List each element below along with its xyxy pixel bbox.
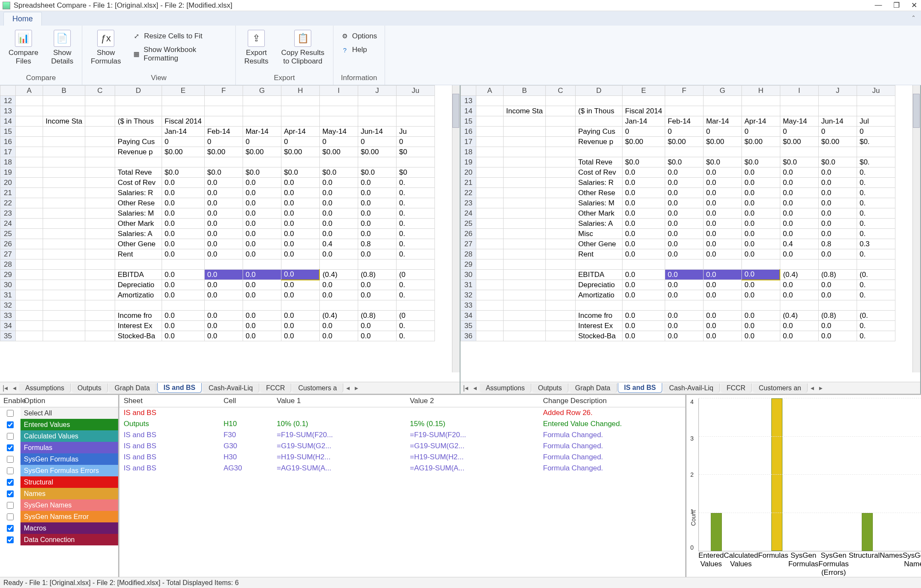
option-checkbox[interactable] (7, 513, 14, 520)
option-label[interactable]: SysGen Formulas (20, 453, 118, 465)
show-details-button[interactable]: 📄Show Details (49, 28, 76, 67)
diff-row[interactable]: IS and BSAG30=AG19-SUM(A...=AG19-SUM(A..… (119, 463, 685, 474)
scrollbar-thumb[interactable] (913, 94, 920, 128)
sheet-nav-prev[interactable]: ◂ (471, 384, 479, 392)
option-row: SysGen Formulas (0, 453, 118, 465)
diff-row[interactable]: IS and BSF30=F19-SUM(F20...=F19-SUM(F20.… (119, 429, 685, 441)
option-checkbox[interactable] (7, 467, 14, 474)
collapse-ribbon-icon[interactable]: ⌃ (911, 14, 916, 21)
ribbon-group-label: Export (242, 72, 327, 82)
sheet-tab[interactable]: Assumptions (480, 383, 531, 393)
option-checkbox[interactable] (7, 433, 14, 440)
option-checkbox[interactable] (7, 456, 14, 463)
status-text: Ready - File 1: [Original.xlsx] - File 2… (3, 579, 239, 587)
export-results-button[interactable]: ⇪Export Results (242, 28, 271, 67)
option-row: Macros (0, 522, 118, 534)
diff-row[interactable]: IS and BSH30=H19-SUM(H2...=H19-SUM(H2...… (119, 452, 685, 463)
option-checkbox[interactable] (7, 525, 14, 532)
ribbon-group-label: Compare (6, 72, 76, 82)
chart-category-label: Calculated Values (724, 551, 758, 568)
diff-row[interactable]: IS and BSG30=G19-SUM(G2...=G19-SUM(G2...… (119, 441, 685, 452)
options-button[interactable]: ⚙Options (339, 31, 379, 42)
sheet-tab[interactable]: Customers a (292, 383, 343, 393)
option-label[interactable]: Formulas (20, 442, 118, 453)
sheet-tab[interactable]: FCCR (721, 383, 752, 393)
sheet-nav-scroll-right[interactable]: ▸ (817, 384, 825, 392)
diff-table[interactable]: Sheet Cell Value 1 Value 2 Change Descri… (119, 395, 685, 474)
vertical-scrollbar[interactable] (912, 85, 920, 372)
sheet-nav-prev[interactable]: ◂ (10, 384, 19, 392)
sheet-tab[interactable]: Graph Data (109, 383, 156, 393)
sheet-nav-scroll-left[interactable]: ◂ (344, 384, 352, 392)
chart-category-label: SysGen Formulas (Errors) (819, 551, 849, 577)
sheet-tab[interactable]: Graph Data (569, 383, 617, 393)
restore-button[interactable]: ❐ (892, 1, 901, 10)
option-label[interactable]: Structural (20, 476, 118, 488)
option-label[interactable]: Names (20, 488, 118, 499)
sheet-tab[interactable]: IS and BS (618, 383, 663, 393)
status-bar: Ready - File 1: [Original.xlsx] - File 2… (0, 577, 921, 588)
option-checkbox[interactable] (7, 444, 14, 451)
bottom-panels: Enable Option Select All Entered Values … (0, 394, 921, 577)
resize-cells-button[interactable]: ⤢Resize Cells to Fit (131, 31, 229, 42)
option-checkbox[interactable] (7, 410, 14, 417)
column-header-option: Option (24, 397, 115, 405)
scrollbar-thumb[interactable] (452, 94, 459, 128)
formatting-icon: ▦ (133, 50, 140, 58)
ribbon: 📊Compare Files 📄Show Details Compare ƒxS… (0, 26, 921, 85)
option-label[interactable]: Select All (20, 407, 118, 419)
diff-row[interactable]: OutputsH1010% (0.1)15% (0.15)Entered Val… (119, 418, 685, 429)
ribbon-group-view: ƒxShow Formulas ⤢Resize Cells to Fit ▦Sh… (82, 26, 236, 85)
sheet-tab[interactable]: Cash-Avail-Liq (203, 383, 259, 393)
resize-icon: ⤢ (133, 32, 141, 40)
app-icon (3, 2, 10, 9)
sheet-tab[interactable]: Cash-Avail-Liq (663, 383, 720, 393)
option-label[interactable]: Calculated Values (20, 430, 118, 442)
sheet-tab[interactable]: Outputs (72, 383, 108, 393)
sheet-nav-scroll-left[interactable]: ◂ (808, 384, 817, 392)
sheet-tab[interactable]: Customers an (753, 383, 808, 393)
sheet-tab[interactable]: IS and BS (157, 383, 202, 393)
option-checkbox[interactable] (7, 536, 14, 543)
option-checkbox[interactable] (7, 502, 14, 509)
sheet-tab[interactable]: Outputs (532, 383, 568, 393)
show-formulas-button[interactable]: ƒxShow Formulas (88, 28, 124, 67)
option-checkbox[interactable] (7, 479, 14, 486)
gear-icon: ⚙ (341, 32, 349, 40)
sheet-tab[interactable]: FCCR (260, 383, 291, 393)
left-grid[interactable]: ABCDEFGHIJJu121314Income Sta($ in ThousF… (0, 85, 435, 341)
sheet-nav-scroll-right[interactable]: ▸ (352, 384, 361, 392)
close-button[interactable]: ✕ (910, 1, 918, 10)
help-button[interactable]: ?Help (339, 44, 379, 55)
option-row: Formulas (0, 442, 118, 453)
option-label[interactable]: SysGen Formulas Errors (20, 465, 118, 476)
sheet-tab[interactable]: Assumptions (19, 383, 71, 393)
copy-clipboard-button[interactable]: 📋Copy Results to Clipboard (279, 28, 327, 67)
vertical-scrollbar[interactable] (452, 85, 460, 372)
option-row: Data Connection (0, 534, 118, 545)
ribbon-group-information: ⚙Options ?Help Information (333, 26, 385, 85)
option-label[interactable]: SysGen Names (20, 499, 118, 511)
option-label[interactable]: SysGen Names Error (20, 511, 118, 522)
export-icon: ⇪ (248, 30, 265, 47)
option-row: SysGen Formulas Errors (0, 465, 118, 476)
option-label[interactable]: Data Connection (20, 534, 118, 545)
left-sheet-tabs: |◂◂AssumptionsOutputsGraph DataIS and BS… (0, 382, 460, 394)
sheet-nav-first[interactable]: |◂ (0, 384, 10, 392)
options-header: Enable Option (0, 395, 118, 407)
clipboard-icon: 📋 (294, 30, 311, 47)
option-label[interactable]: Macros (20, 522, 118, 534)
chart-plot: 01234 (698, 398, 921, 551)
option-checkbox[interactable] (7, 490, 14, 497)
diff-row[interactable]: IS and BSAdded Row 26. (119, 407, 685, 419)
ribbon-tabs: Home ⌃ (0, 11, 921, 26)
tab-home[interactable]: Home (3, 12, 42, 26)
option-checkbox[interactable] (7, 421, 14, 428)
minimize-button[interactable]: — (874, 1, 883, 10)
option-label[interactable]: Entered Values (20, 419, 118, 430)
compare-files-button[interactable]: 📊Compare Files (6, 28, 41, 67)
show-wb-formatting-button[interactable]: ▦Show Workbook Formatting (131, 44, 229, 64)
sheet-nav-first[interactable]: |◂ (460, 384, 471, 392)
right-grid[interactable]: ABCDEFGHIJJu1314Income Sta($ in ThousFis… (460, 85, 895, 341)
chart-bar (701, 398, 732, 551)
